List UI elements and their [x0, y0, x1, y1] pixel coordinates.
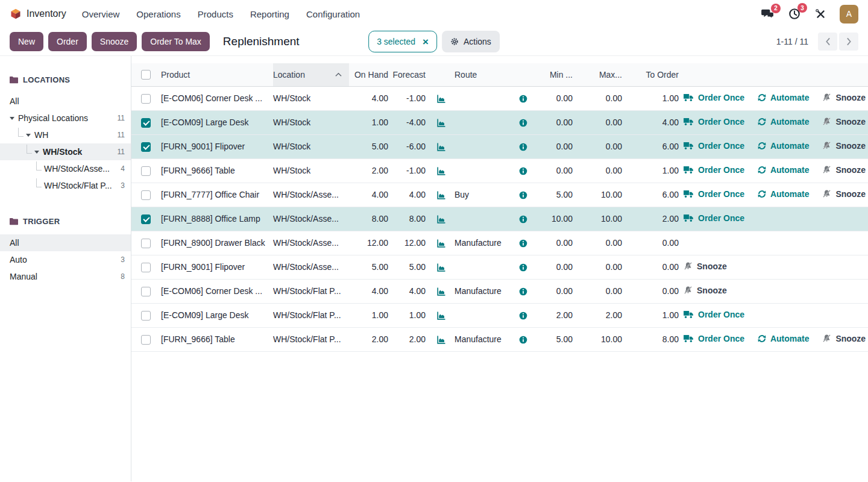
table-row[interactable]: [E-COM09] Large Desk WH/Stock/Flat P... … [131, 303, 868, 327]
sidebar-item-wh[interactable]: WH 11 [0, 127, 131, 143]
table-row[interactable]: [FURN_9666] Table WH/Stock/Flat P... 2.0… [131, 327, 868, 351]
max-cell[interactable]: 10.00 [575, 183, 624, 207]
nav-products[interactable]: Products [198, 9, 233, 19]
min-cell[interactable]: 0.00 [534, 86, 575, 110]
max-cell[interactable]: 0.00 [575, 279, 624, 303]
order-once-button[interactable]: Order Once [684, 334, 744, 343]
min-cell[interactable]: 0.00 [534, 158, 575, 183]
to-order-cell[interactable]: 0.00 [624, 279, 681, 303]
info-icon[interactable] [519, 239, 527, 248]
snooze-button[interactable]: Snooze [822, 141, 866, 151]
row-checkbox[interactable] [141, 190, 151, 200]
to-order-cell[interactable]: 6.00 [624, 183, 681, 207]
min-cell[interactable]: 5.00 [534, 183, 575, 207]
min-cell[interactable]: 0.00 [534, 279, 575, 303]
row-checkbox[interactable] [141, 287, 151, 296]
snooze-button[interactable]: Snooze [822, 189, 866, 199]
product-cell[interactable]: [FURN_9666] Table [161, 158, 273, 183]
table-row[interactable]: [E-COM09] Large Desk WH/Stock 1.00 -4.00 [131, 110, 868, 134]
nav-reporting[interactable]: Reporting [250, 9, 289, 19]
col-on-hand[interactable]: On Hand [349, 63, 391, 86]
actions-button[interactable]: Actions [442, 31, 500, 52]
nav-overview[interactable]: Overview [82, 9, 120, 19]
to-order-cell[interactable]: 4.00 [624, 110, 681, 134]
min-cell[interactable]: 5.00 [534, 327, 575, 351]
max-cell[interactable]: 2.00 [575, 303, 624, 327]
to-order-cell[interactable]: 1.00 [624, 303, 681, 327]
sidebar-item-wh-stock-asse[interactable]: WH/Stock/Asse... 4 [0, 160, 131, 177]
table-row[interactable]: [FURN_9001] Flipover WH/Stock 5.00 -6.00 [131, 134, 868, 158]
info-icon[interactable] [519, 143, 527, 151]
sidebar-item-trigger-manual[interactable]: Manual 8 [0, 268, 131, 285]
max-cell[interactable]: 0.00 [575, 158, 624, 183]
snooze-button[interactable]: Snooze [684, 286, 727, 295]
forecast-chart-icon[interactable] [436, 190, 446, 200]
order-once-button[interactable]: Order Once [684, 117, 744, 127]
product-cell[interactable]: [E-COM09] Large Desk [161, 303, 273, 327]
min-cell[interactable]: 10.00 [534, 207, 575, 231]
sidebar-item-trigger-auto[interactable]: Auto 3 [0, 251, 131, 268]
min-cell[interactable]: 0.00 [534, 255, 575, 279]
min-cell[interactable]: 0.00 [534, 231, 575, 255]
row-checkbox[interactable] [141, 94, 151, 104]
select-all-checkbox[interactable] [141, 70, 151, 80]
row-checkbox[interactable] [141, 311, 151, 321]
order-once-button[interactable]: Order Once [684, 189, 744, 199]
order-once-button[interactable]: Order Once [684, 213, 744, 223]
to-order-cell[interactable]: 6.00 [624, 134, 681, 158]
forecast-chart-icon[interactable] [436, 118, 446, 128]
automate-button[interactable]: Automate [758, 165, 810, 175]
messages-button[interactable]: 2 [760, 7, 775, 21]
snooze-button[interactable]: Snooze [822, 165, 866, 175]
snooze-button[interactable]: Snooze [684, 261, 727, 271]
table-row[interactable]: [E-COM06] Corner Desk ... WH/Stock/Flat … [131, 279, 868, 303]
row-checkbox[interactable] [141, 142, 151, 152]
snooze-button[interactable]: Snooze [822, 93, 866, 102]
min-cell[interactable]: 0.00 [534, 110, 575, 134]
row-checkbox[interactable] [141, 263, 151, 272]
col-route[interactable]: Route [454, 63, 512, 86]
forecast-chart-icon[interactable] [436, 263, 446, 272]
min-cell[interactable]: 0.00 [534, 134, 575, 158]
min-cell[interactable]: 2.00 [534, 303, 575, 327]
pager-previous-button[interactable] [818, 33, 837, 51]
automate-button[interactable]: Automate [758, 117, 810, 127]
row-checkbox[interactable] [141, 214, 151, 224]
forecast-chart-icon[interactable] [436, 166, 446, 176]
order-once-button[interactable]: Order Once [684, 310, 744, 319]
info-icon[interactable] [519, 95, 527, 103]
forecast-chart-icon[interactable] [436, 239, 446, 248]
info-icon[interactable] [519, 287, 527, 296]
new-button[interactable]: New [10, 32, 43, 51]
order-to-max-button[interactable]: Order To Max [142, 32, 210, 51]
order-button[interactable]: Order [48, 32, 87, 51]
sidebar-item-wh-stock-flat-p[interactable]: WH/Stock/Flat P... 3 [0, 177, 131, 194]
max-cell[interactable]: 0.00 [575, 231, 624, 255]
sidebar-item-physical-locations[interactable]: Physical Locations 11 [0, 110, 131, 127]
product-cell[interactable]: [E-COM09] Large Desk [161, 110, 273, 134]
info-icon[interactable] [519, 167, 527, 175]
forecast-chart-icon[interactable] [436, 142, 446, 152]
to-order-cell[interactable]: 2.00 [624, 207, 681, 231]
snooze-button[interactable]: Snooze [822, 117, 866, 127]
row-checkbox[interactable] [141, 118, 151, 128]
max-cell[interactable]: 0.00 [575, 134, 624, 158]
forecast-chart-icon[interactable] [436, 94, 446, 104]
max-cell[interactable]: 0.00 [575, 255, 624, 279]
info-icon[interactable] [519, 336, 527, 344]
max-cell[interactable]: 10.00 [575, 207, 624, 231]
col-to-order[interactable]: To Order [624, 63, 681, 86]
order-once-button[interactable]: Order Once [684, 165, 744, 175]
max-cell[interactable]: 10.00 [575, 327, 624, 351]
clear-selection-icon[interactable]: × [423, 37, 429, 47]
order-once-button[interactable]: Order Once [684, 93, 744, 102]
product-cell[interactable]: [FURN_8888] Office Lamp [161, 207, 273, 231]
product-cell[interactable]: [E-COM06] Corner Desk ... [161, 279, 273, 303]
to-order-cell[interactable]: 0.00 [624, 255, 681, 279]
table-row[interactable]: [FURN_8900] Drawer Black WH/Stock/Asse..… [131, 231, 868, 255]
sidebar-item-wh-stock[interactable]: WH/Stock 11 [0, 143, 131, 160]
pager-next-button[interactable] [839, 33, 858, 51]
col-max[interactable]: Max... [575, 63, 624, 86]
forecast-chart-icon[interactable] [436, 311, 446, 321]
info-icon[interactable] [519, 263, 527, 272]
